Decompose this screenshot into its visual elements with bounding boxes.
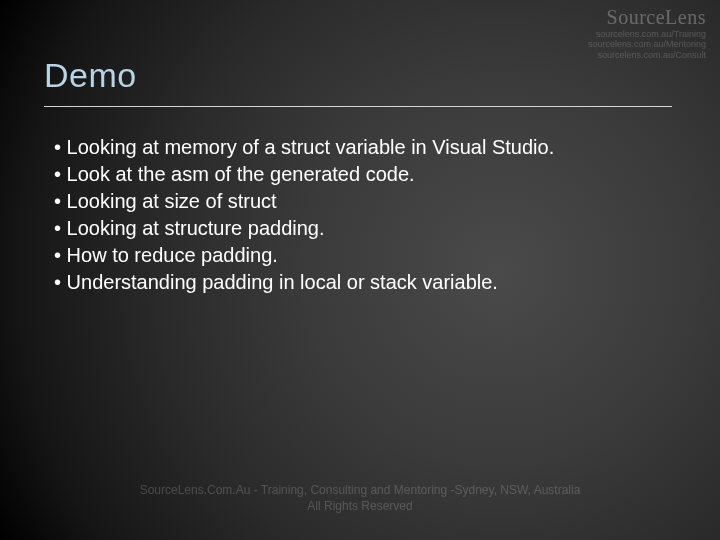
bullet-text: How to reduce padding. bbox=[67, 244, 278, 266]
bullet-item: • Looking at size of struct bbox=[54, 188, 660, 215]
bullet-text: Looking at structure padding. bbox=[67, 217, 325, 239]
bullet-item: • Looking at structure padding. bbox=[54, 215, 660, 242]
watermark-top: SourceLens sourcelens.com.au/Training so… bbox=[588, 6, 706, 60]
watermark-brand: SourceLens bbox=[588, 6, 706, 29]
footer-line: All Rights Reserved bbox=[0, 498, 720, 514]
bullet-item: • How to reduce padding. bbox=[54, 242, 660, 269]
bullet-item: • Understanding padding in local or stac… bbox=[54, 269, 660, 296]
footer-line: SourceLens.Com.Au - Training, Consulting… bbox=[0, 482, 720, 498]
bullet-item: • Look at the asm of the generated code. bbox=[54, 161, 660, 188]
slide-footer: SourceLens.Com.Au - Training, Consulting… bbox=[0, 482, 720, 514]
slide: SourceLens sourcelens.com.au/Training so… bbox=[0, 0, 720, 540]
title-underline bbox=[44, 106, 672, 107]
watermark-line: sourcelens.com.au/Mentoring bbox=[588, 39, 706, 49]
bullet-item: • Looking at memory of a struct variable… bbox=[54, 134, 660, 161]
bullet-text: Look at the asm of the generated code. bbox=[67, 163, 415, 185]
slide-body: • Looking at memory of a struct variable… bbox=[54, 134, 660, 296]
bullet-text: Looking at memory of a struct variable i… bbox=[67, 136, 555, 158]
bullet-text: Understanding padding in local or stack … bbox=[67, 271, 498, 293]
watermark-line: sourcelens.com.au/Consult bbox=[588, 50, 706, 60]
watermark-line: sourcelens.com.au/Training bbox=[588, 29, 706, 39]
bullet-text: Looking at size of struct bbox=[67, 190, 277, 212]
slide-title: Demo bbox=[44, 56, 137, 95]
